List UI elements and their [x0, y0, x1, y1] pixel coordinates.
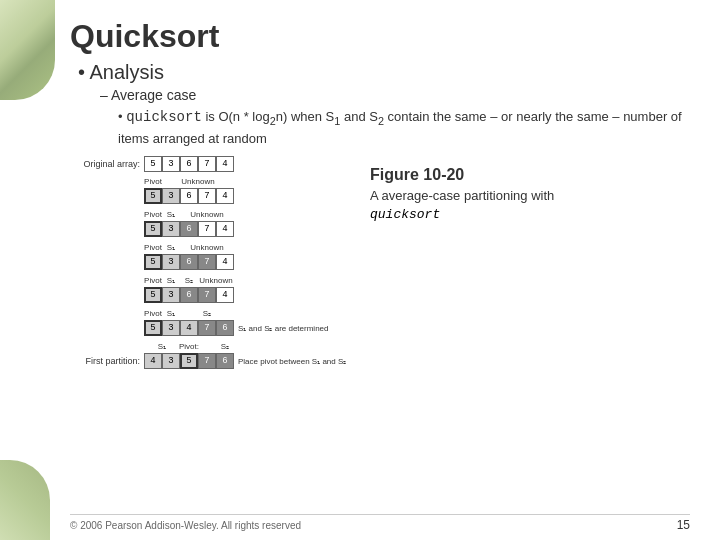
main-body: Original array: 5 3 6 7 4 Pivot	[70, 156, 690, 373]
cell-7e: 7	[198, 287, 216, 303]
cell-5a: 5	[144, 156, 162, 172]
cell-3f: 3	[162, 320, 180, 336]
h-pivot2: Pivot	[144, 208, 162, 220]
bullet-sub: – Average case	[100, 87, 196, 103]
cell-4a: 4	[216, 156, 234, 172]
h-s1-3: S₁	[162, 241, 180, 253]
h-unknown2: Unknown	[180, 208, 234, 220]
partition-note: Place pivot between S₁ and S₂	[238, 357, 346, 366]
original-array-label: Original array:	[70, 159, 140, 169]
bullet-main: • Analysis	[78, 61, 164, 83]
cell-6c: 6	[180, 221, 198, 237]
cell-6b: 6	[180, 188, 198, 204]
cell-6e: 6	[180, 287, 198, 303]
cell-7a: 7	[198, 156, 216, 172]
h-s2-5: S₂	[180, 307, 234, 319]
step3-group: Pivot S₁ Unknown 5 3 6 7 4	[70, 241, 350, 270]
h-pivot4: Pivot	[144, 274, 162, 286]
cell-5g: 5	[180, 353, 198, 369]
cell-7d: 7	[198, 254, 216, 270]
h-s1-4: S₁	[162, 274, 180, 286]
cell-6a: 6	[180, 156, 198, 172]
bullet-detail: • quicksort is O(n * log2n) when S1 and …	[118, 107, 690, 148]
step5-header: Pivot S₁ S₂	[70, 307, 350, 319]
original-array-section: Original array: 5 3 6 7 4	[70, 156, 350, 172]
step5-array: 5 3 4 7 6 S₁ and S₂ are determined	[70, 320, 350, 336]
h-unknown1: Unknown	[162, 175, 234, 187]
step2-group: Pivot S₁ Unknown 5 3 6 7 4	[70, 208, 350, 237]
h-unknown4: Unknown	[198, 274, 234, 286]
step3-header: Pivot S₁ Unknown	[70, 241, 350, 253]
cell-3c: 3	[162, 221, 180, 237]
first-partition-header: S₁ Pivot: S₂	[70, 340, 350, 352]
cell-4b: 4	[216, 188, 234, 204]
slide-content: Quicksort • Analysis – Average case • qu…	[0, 0, 720, 540]
figure-caption: A average-case partitioning with	[370, 188, 690, 203]
cell-5b: 5	[144, 188, 162, 204]
cell-6f: 6	[216, 320, 234, 336]
slide-title: Quicksort	[70, 18, 690, 55]
cell-3e: 3	[162, 287, 180, 303]
first-partition-array: First partition: 4 3 5 7 6 Place pivot b…	[70, 353, 350, 369]
step1-group: Pivot Unknown 5 3 6 7 4	[70, 175, 350, 204]
cell-7c: 7	[198, 221, 216, 237]
cell-3d: 3	[162, 254, 180, 270]
cell-4f: 4	[180, 320, 198, 336]
cell-6g: 6	[216, 353, 234, 369]
step4-array: 5 3 6 7 4	[70, 287, 350, 303]
footnote: © 2006 Pearson Addison-Wesley. All right…	[70, 514, 690, 532]
cell-5e: 5	[144, 287, 162, 303]
h-pivot-fp: Pivot:	[180, 340, 198, 352]
step4-header: Pivot S₁ S₂ Unknown	[70, 274, 350, 286]
h-s2-fp: S₂	[198, 340, 252, 352]
cell-3b: 3	[162, 188, 180, 204]
cell-3g: 3	[162, 353, 180, 369]
cell-5d: 5	[144, 254, 162, 270]
cell-5f: 5	[144, 320, 162, 336]
step4-group: Pivot S₁ S₂ Unknown 5 3 6 7 4	[70, 274, 350, 303]
h-s2-4: S₂	[180, 274, 198, 286]
h-s1-2: S₁	[162, 208, 180, 220]
step1-header: Pivot Unknown	[70, 175, 350, 187]
cell-7b: 7	[198, 188, 216, 204]
original-array-row: Original array: 5 3 6 7 4	[70, 156, 350, 172]
cell-3a: 3	[162, 156, 180, 172]
cell-7g: 7	[198, 353, 216, 369]
step3-array: 5 3 6 7 4	[70, 254, 350, 270]
cell-4d: 4	[216, 254, 234, 270]
cell-6d: 6	[180, 254, 198, 270]
original-array-cells: 5 3 6 7 4	[144, 156, 234, 172]
step1-array: 5 3 6 7 4	[70, 188, 350, 204]
h-pivot3: Pivot	[144, 241, 162, 253]
figure-right: Figure 10-20 A average-case partitioning…	[370, 156, 690, 373]
figure-caption-code: quicksort	[370, 207, 690, 222]
first-partition-group: S₁ Pivot: S₂ First partition: 4 3 5 7 6 …	[70, 340, 350, 369]
cell-7f: 7	[198, 320, 216, 336]
cell-5c: 5	[144, 221, 162, 237]
h-s1-fp: S₁	[144, 340, 180, 352]
figure-left: Original array: 5 3 6 7 4 Pivot	[70, 156, 350, 373]
first-partition-label: First partition:	[70, 356, 140, 366]
h-pivot5: Pivot	[144, 307, 162, 319]
step2-header: Pivot S₁ Unknown	[70, 208, 350, 220]
h-unknown3: Unknown	[180, 241, 234, 253]
cell-4e: 4	[216, 287, 234, 303]
code-quicksort: quicksort	[126, 109, 202, 125]
figure-title: Figure 10-20	[370, 166, 690, 184]
step2-array: 5 3 6 7 4	[70, 221, 350, 237]
footnote-copyright: © 2006 Pearson Addison-Wesley. All right…	[70, 520, 301, 531]
step5-group: Pivot S₁ S₂ 5 3 4 7 6 S₁ and S₂ are dete…	[70, 307, 350, 336]
cell-4c: 4	[216, 221, 234, 237]
h-s1-5: S₁	[162, 307, 180, 319]
cell-4g: 4	[144, 353, 162, 369]
h-pivot1: Pivot	[144, 175, 162, 187]
footnote-page: 15	[677, 518, 690, 532]
step5-note: S₁ and S₂ are determined	[238, 324, 329, 333]
